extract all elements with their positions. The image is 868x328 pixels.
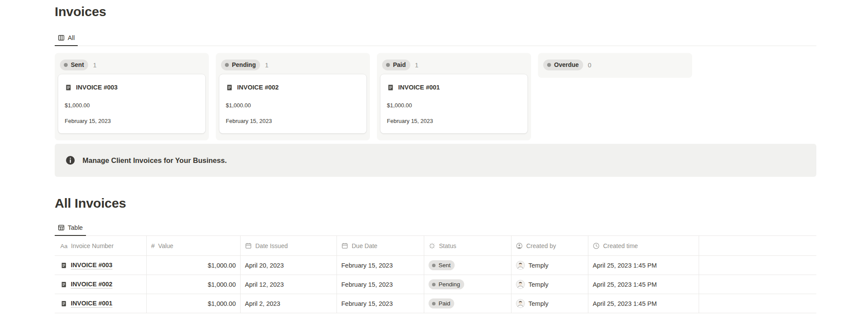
- table-row: INVOICE #002 $1,000.00 April 12, 2023 Fe…: [55, 275, 816, 294]
- callout-banner: Manage Client Invoices for Your Business…: [55, 144, 816, 177]
- invoice-card[interactable]: INVOICE #001 $1,000.00 February 15, 2023: [380, 74, 528, 133]
- status-dot: [225, 63, 229, 67]
- status-pill-paid: Paid: [429, 298, 454, 308]
- card-title: INVOICE #002: [237, 83, 279, 92]
- board-column-sent: Sent 1 INVOICE #003 $1,000.00 February 1…: [55, 53, 209, 140]
- status-pill-sent[interactable]: Sent: [60, 60, 88, 70]
- avatar: [516, 261, 525, 270]
- tab-table-view[interactable]: Table: [55, 220, 86, 236]
- column-header-status[interactable]: Status: [424, 236, 512, 255]
- cell-invoice-number[interactable]: INVOICE #001: [55, 294, 147, 313]
- cell-value[interactable]: $1,000.00: [147, 294, 241, 313]
- board-view-tabs: All: [55, 30, 816, 46]
- cell-value[interactable]: $1,000.00: [147, 275, 241, 294]
- status-dot: [386, 63, 390, 67]
- table-icon: [58, 224, 65, 231]
- cell-empty: [699, 294, 816, 313]
- group-name: Sent: [71, 61, 84, 69]
- status-pill-pending[interactable]: Pending: [221, 60, 260, 70]
- status-dot: [432, 302, 436, 305]
- invoice-card[interactable]: INVOICE #003 $1,000.00 February 15, 2023: [58, 74, 205, 133]
- receipt-icon: [60, 262, 67, 269]
- cell-value[interactable]: $1,000.00: [147, 256, 241, 275]
- cell-created-time[interactable]: April 25, 2023 1:45 PM: [588, 275, 699, 294]
- invoice-page-link[interactable]: INVOICE #003: [71, 261, 112, 269]
- tab-all-board-view[interactable]: All: [55, 30, 78, 46]
- cell-status[interactable]: Sent: [424, 256, 512, 275]
- cell-empty: [699, 256, 816, 275]
- group-header: Paid 1: [377, 53, 531, 74]
- table-row: INVOICE #003 $1,000.00 April 20, 2023 Fe…: [55, 256, 816, 275]
- group-name: Pending: [232, 61, 256, 69]
- group-count: 1: [415, 62, 419, 69]
- cell-created-time[interactable]: April 25, 2023 1:45 PM: [588, 256, 699, 275]
- board-column-paid: Paid 1 INVOICE #001 $1,000.00 February 1…: [377, 53, 531, 140]
- cell-date-issued[interactable]: April 20, 2023: [241, 256, 337, 275]
- avatar: [516, 280, 525, 289]
- card-due-date: February 15, 2023: [226, 118, 360, 125]
- callout-text: Manage Client Invoices for Your Business…: [83, 155, 227, 166]
- tab-label: Table: [68, 224, 83, 231]
- cell-due-date[interactable]: February 15, 2023: [337, 275, 424, 294]
- table-row: INVOICE #001 $1,000.00 April 2, 2023 Feb…: [55, 294, 816, 313]
- card-value: $1,000.00: [65, 102, 199, 109]
- cell-empty: [699, 275, 816, 294]
- group-header: Sent 1: [55, 53, 209, 74]
- status-dot: [64, 63, 68, 67]
- cell-status[interactable]: Paid: [424, 294, 512, 313]
- invoice-page-link[interactable]: INVOICE #001: [71, 299, 112, 308]
- cell-created-by[interactable]: Temply: [512, 275, 588, 294]
- cell-date-issued[interactable]: April 12, 2023: [241, 275, 337, 294]
- receipt-icon: [387, 84, 394, 91]
- card-title: INVOICE #001: [398, 83, 440, 92]
- cell-created-by[interactable]: Temply: [512, 256, 588, 275]
- group-count: 0: [588, 62, 591, 69]
- column-header-empty: [699, 236, 816, 255]
- calendar-icon: [245, 242, 252, 249]
- column-header-created-by[interactable]: Created by: [512, 236, 588, 255]
- group-name: Overdue: [554, 61, 579, 69]
- column-header-invoice-number[interactable]: Invoice Number: [55, 236, 147, 255]
- cell-invoice-number[interactable]: INVOICE #003: [55, 256, 147, 275]
- table-view-tabs: Table: [55, 220, 816, 236]
- cell-due-date[interactable]: February 15, 2023: [337, 256, 424, 275]
- board-column-pending: Pending 1 INVOICE #002 $1,000.00 Februar…: [216, 53, 370, 140]
- invoices-table: Invoice Number Value Date Issued Due Dat…: [55, 236, 816, 313]
- cell-created-time[interactable]: April 25, 2023 1:45 PM: [588, 294, 699, 313]
- invoice-page-link[interactable]: INVOICE #002: [71, 280, 112, 288]
- receipt-icon: [60, 300, 67, 307]
- status-pill-overdue[interactable]: Overdue: [543, 60, 583, 70]
- column-header-date-issued[interactable]: Date Issued: [241, 236, 337, 255]
- receipt-icon: [226, 84, 233, 91]
- tab-label: All: [68, 34, 75, 41]
- calendar-icon: [341, 242, 348, 249]
- cell-due-date[interactable]: February 15, 2023: [337, 294, 424, 313]
- number-property-icon: [151, 242, 155, 249]
- receipt-icon: [65, 84, 72, 91]
- group-header: Pending 1: [216, 53, 370, 74]
- cell-invoice-number[interactable]: INVOICE #002: [55, 275, 147, 294]
- cell-created-by[interactable]: Temply: [512, 294, 588, 313]
- group-count: 1: [265, 62, 268, 69]
- status-pill-paid[interactable]: Paid: [382, 60, 410, 70]
- table-section-title: All Invoices: [55, 195, 816, 212]
- avatar: [516, 299, 525, 308]
- card-title-row: INVOICE #002: [226, 83, 360, 92]
- group-header: Overdue 0: [538, 53, 692, 74]
- table-header-row: Invoice Number Value Date Issued Due Dat…: [55, 236, 816, 256]
- status-dot: [547, 63, 551, 67]
- card-title-row: INVOICE #003: [65, 83, 199, 92]
- group-count: 1: [93, 62, 96, 69]
- column-header-created-time[interactable]: Created time: [588, 236, 699, 255]
- receipt-icon: [60, 281, 67, 288]
- cell-date-issued[interactable]: April 2, 2023: [241, 294, 337, 313]
- cell-status[interactable]: Pending: [424, 275, 512, 294]
- person-icon: [516, 242, 523, 249]
- column-header-due-date[interactable]: Due Date: [337, 236, 424, 255]
- info-icon: [66, 156, 75, 165]
- table-body: INVOICE #003 $1,000.00 April 20, 2023 Fe…: [55, 256, 816, 313]
- invoice-card[interactable]: INVOICE #002 $1,000.00 February 15, 2023: [219, 74, 366, 133]
- card-value: $1,000.00: [387, 102, 521, 109]
- status-pill-sent: Sent: [429, 260, 455, 270]
- column-header-value[interactable]: Value: [147, 236, 241, 255]
